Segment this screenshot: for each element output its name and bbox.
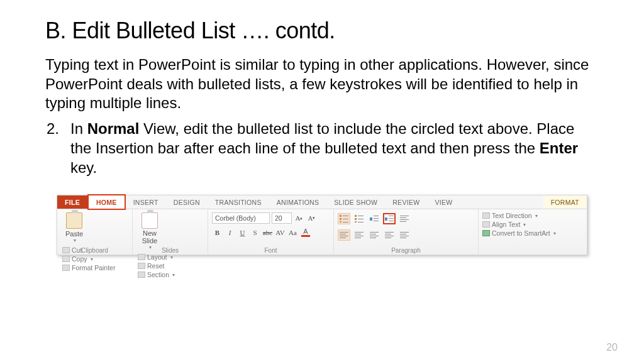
text-direction-button[interactable]: Text Direction▾ (482, 212, 566, 219)
justify-icon (385, 232, 394, 238)
copy-icon (62, 256, 70, 262)
tab-file[interactable]: FILE (57, 195, 87, 209)
tab-format[interactable]: FORMAT (543, 195, 587, 209)
group-slides: New Slide ▾ Layout▾ Reset Section▾ Slide… (133, 209, 208, 255)
outdent-icon (370, 215, 379, 222)
reset-icon (138, 263, 145, 269)
tab-animations[interactable]: ANIMATIONS (269, 195, 327, 209)
font-color-button[interactable]: A (300, 228, 311, 237)
font-name-combo[interactable]: Corbel (Body) (212, 212, 270, 224)
new-slide-icon (142, 212, 158, 229)
align-right-icon (370, 232, 379, 238)
color-bar-icon (301, 235, 310, 237)
chevron-down-icon: ▾ (74, 238, 76, 243)
page-number: 20 (606, 342, 618, 353)
justify-button[interactable] (383, 229, 396, 241)
align-center-button[interactable] (353, 229, 365, 241)
format-painter-button[interactable]: Format Painter (62, 264, 128, 272)
tab-transitions[interactable]: TRANSITIONS (208, 195, 269, 209)
powerpoint-ribbon: FILE HOME INSERT DESIGN TRANSITIONS ANIM… (57, 195, 587, 255)
bullets-button[interactable] (338, 213, 350, 224)
layout-icon (138, 254, 145, 260)
tab-design[interactable]: DESIGN (166, 195, 208, 209)
clipboard-icon (66, 212, 82, 229)
decrease-indent-button[interactable] (368, 213, 380, 224)
section-icon (138, 272, 145, 278)
underline-button[interactable]: U (237, 228, 248, 238)
change-case-button[interactable]: Aa (287, 228, 298, 238)
slide-title: B. Edit Bulleted List …. contd. (45, 18, 599, 44)
align-center-icon (355, 232, 364, 238)
tab-slideshow[interactable]: SLIDE SHOW (326, 195, 385, 209)
bold-button[interactable]: B (212, 228, 223, 238)
shadow-button[interactable]: S (250, 228, 260, 238)
tab-home[interactable]: HOME (87, 194, 126, 210)
group-label-clipboard: Clipboard (57, 247, 132, 254)
step-body: In Normal View, edit the bulleted list t… (70, 119, 599, 177)
group-label-font: Font (208, 247, 333, 254)
convert-smartart-button[interactable]: Convert to SmartArt▾ (482, 229, 566, 237)
line-spacing-button[interactable] (398, 213, 411, 224)
font-size-combo[interactable]: 20 (272, 212, 292, 224)
new-slide-button[interactable]: New Slide ▾ (136, 211, 163, 250)
tab-view[interactable]: VIEW (427, 195, 460, 209)
numbering-button[interactable] (353, 213, 365, 224)
align-left-button[interactable] (338, 229, 350, 241)
smartart-icon (482, 230, 490, 236)
reset-button[interactable]: Reset (138, 262, 204, 270)
step-number: 2. (47, 119, 70, 177)
ribbon-tabs: FILE HOME INSERT DESIGN TRANSITIONS ANIM… (57, 195, 587, 209)
section-button[interactable]: Section▾ (138, 271, 204, 278)
group-label-slides: Slides (133, 247, 208, 254)
intro-paragraph: Typing text in PowerPoint is similar to … (45, 55, 599, 113)
group-text-options: Text Direction▾ Align Text▾ Convert to S… (479, 209, 570, 255)
align-text-button[interactable]: Align Text▾ (482, 221, 566, 228)
brush-icon (62, 265, 70, 271)
numbering-icon (355, 215, 364, 222)
char-spacing-button[interactable]: AV (275, 228, 286, 238)
bullets-icon (340, 215, 348, 222)
group-label-paragraph: Paragraph (334, 247, 478, 254)
increase-indent-button[interactable] (383, 213, 396, 224)
align-text-icon (482, 221, 490, 228)
text-direction-icon (482, 212, 490, 219)
group-font: Corbel (Body) 20 A▴ A▾ B I U S abc AV Aa (208, 209, 334, 255)
grow-font-button[interactable]: A▴ (294, 213, 304, 223)
step-2: 2. In Normal View, edit the bulleted lis… (45, 119, 599, 177)
copy-button[interactable]: Copy▾ (62, 255, 128, 263)
paste-button[interactable]: Paste ▾ (61, 211, 87, 243)
group-paragraph: Paragraph (334, 209, 479, 255)
tab-review[interactable]: REVIEW (385, 195, 427, 209)
layout-button[interactable]: Layout▾ (138, 253, 204, 261)
line-spacing-icon (400, 216, 409, 222)
italic-button[interactable]: I (225, 228, 235, 238)
align-right-button[interactable] (368, 229, 380, 241)
tab-insert[interactable]: INSERT (126, 195, 166, 209)
columns-button[interactable] (398, 229, 411, 241)
shrink-font-button[interactable]: A▾ (306, 213, 317, 223)
columns-icon (400, 232, 409, 238)
indent-icon (385, 215, 394, 222)
align-left-icon (340, 232, 348, 238)
group-clipboard: Paste ▾ Cut Copy▾ Format Painter Clipboa… (57, 209, 133, 255)
strikethrough-button[interactable]: abc (262, 228, 273, 238)
